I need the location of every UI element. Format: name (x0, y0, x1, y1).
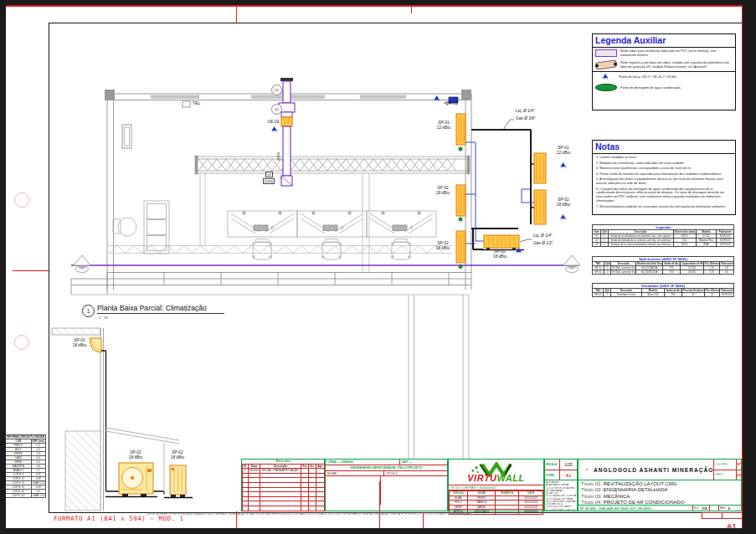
note-item: 6. O projeto das linhas de drenagem de á… (596, 187, 732, 204)
scale-label: ESCALA (545, 460, 560, 470)
viewer-edge-bottom (0, 528, 756, 534)
legend-item: Rede frigorífica em tubos de cobre, isol… (593, 59, 735, 71)
revisions-table: RevisõesNºDataDescriçãoPorVer.Apr.003/20… (242, 460, 325, 511)
fold-mark (236, 511, 237, 528)
art-number: ART — (400, 460, 414, 465)
rev-value: 0 (727, 506, 732, 511)
responsible-header: ENGENHEIRO RESPONSÁVEL PELO PROJETO (326, 465, 447, 471)
fold-mark (423, 512, 424, 528)
legenda-table: LegendaItemQtdDescriçãoDimensões (mm)Mod… (592, 224, 734, 247)
scale-value: 1/25 (560, 462, 577, 467)
split-table: Split Inverter (220V 1F 60Hz)TAGQtdDescr… (592, 256, 734, 275)
legend-item: PP1Ponto de força: 220 V / 1F+N+T / 60 H… (593, 71, 735, 83)
legend-item: Rede tubos para ventilação fabricada em … (593, 48, 735, 59)
brand-virtu: VIRTU (467, 473, 496, 483)
legend-item-text: Rede tubos para ventilação fabricada em … (620, 49, 733, 58)
fls-value: 1/2 (700, 506, 708, 511)
note-item: 5. A interligação dos dutos a equipament… (596, 177, 732, 186)
abbreviation-item: K) CONFORME CONSTRUÍDO (546, 509, 576, 511)
fls-label: FLS. (693, 506, 700, 510)
section-view (52, 328, 193, 511)
beam (109, 246, 452, 254)
legend-item-text: Ponto de força: 220 V / 1F+N+T / 60 Hz. (619, 75, 677, 80)
responsible-block: CREA — 25985/D ART — ENGENHEIRO RESPONSÁ… (325, 459, 448, 511)
legenda-table: LegendaItemQtdDescriçãoDimensões (mm)Mod… (592, 224, 734, 247)
note-item: 1. Conferir medidas no local; (596, 156, 732, 160)
client-name: ANGLOGOLD ASHANTI MINERAÇÃO (594, 467, 713, 473)
legend-item-text: Rede frigorífica em tubos de cobre, isol… (620, 61, 733, 69)
format-note: FORMATO A1 (841 x 594) — MOD. 1 (54, 515, 183, 522)
responsible-title-col: TÍTULO (384, 471, 399, 475)
note-item: 2. Medidas em centímetros, salvo indicad… (596, 162, 732, 166)
notes-box: Notas 1. Conferir medidas no local;2. Me… (592, 140, 736, 215)
client-cells: CÓD. PROJ. Nº DEPTO. 02 (713, 460, 741, 480)
section-cut-markers (74, 255, 580, 273)
revisions-table: RevisõesNºDataDescriçãoPorVer.Apr.003/20… (241, 459, 325, 511)
ventilador-table: Ventilador (220V 1F 60Hz)TAGQtdDescrição… (592, 283, 734, 297)
virtuwall-logo: VIRTUWALL (449, 460, 543, 485)
contract-label: Nº DO CONTRATO: (451, 486, 478, 490)
client-cell-label: CÓD. PROJ. (714, 460, 737, 470)
split-table: Split Inverter (220V 1F 60Hz)TAGQtdDescr… (592, 256, 734, 275)
legend-item-text: Ponto de drenagem de água condensada. (620, 86, 681, 90)
drain-point-symbol (595, 84, 617, 91)
format-value: A1 (560, 473, 577, 478)
acad-number: 244-448-88-0666-637-08-0663 (598, 506, 652, 511)
fold-mark (236, 5, 237, 23)
note-item: 7. Microventiladores poderão ser acionad… (596, 205, 732, 209)
virtuwall-block: VIRTUWALL Nº DO CONTRATO: 4600000000 FUN… (448, 459, 544, 511)
title-line-3: Título 03: MECÂNICA (581, 494, 738, 500)
power-point-symbol: PP1 (595, 74, 615, 81)
truss (195, 156, 470, 273)
abbreviations-list: A) PLANTAB) ARRANJO GERALC) CORTES E DET… (544, 480, 578, 511)
ventilador-table: Ventilador (220V 1F 60Hz)TAGQtdDescrição… (592, 283, 734, 297)
notes-list: 1. Conferir medidas no local;2. Medidas … (593, 154, 735, 212)
scale-format-box: ESCALA 1/25 FORM. A1 (544, 459, 578, 480)
fold-mark (13, 270, 49, 271)
hvac-units-plan (456, 114, 546, 269)
footer-cell (722, 512, 743, 519)
contract-row: Nº DO CONTRATO: 4600000000 (449, 485, 543, 490)
legend-aux-items: Rede tubos para ventilação fabricada em … (593, 48, 735, 93)
note-item: 3. Números entre parênteses correspondem… (596, 167, 732, 171)
crea-number: CREA — 25985/D (326, 460, 400, 465)
copper-pipe-swatch (595, 59, 618, 70)
acad-label: Nº ACAD: (579, 506, 598, 511)
legend-aux-box: Legenda Auxiliar Rede tubos para ventila… (592, 33, 736, 110)
view-scale: 1 : 25 (99, 316, 108, 320)
format-label: FORM. (545, 470, 560, 480)
punch-hole (14, 335, 29, 350)
contract-value: 4600000000 (479, 486, 496, 490)
client-cell-label: DEPTO. (714, 470, 737, 480)
brand-wall: WALL (497, 473, 525, 483)
duct-swatch (595, 49, 617, 57)
drawing-titles: Título 01: REVITALIZAÇÃO LAYOUT CMG Títu… (578, 480, 742, 506)
responsible-name-col: NOME (326, 471, 384, 475)
fold-mark (411, 5, 412, 13)
fold-mark (709, 505, 710, 511)
anglogold-logo-icon (585, 460, 589, 479)
legend-aux-title: Legenda Auxiliar (593, 34, 735, 48)
plot-pen-table: INFORMAÇÕES DE PLOTAGEMCORESP. (mm)PRETO… (5, 434, 46, 498)
title-line-2: Título 02: ENGENHARIA DETALHADA (581, 487, 738, 493)
viewer-edge-right (743, 0, 756, 534)
client-cell-value: Nº (737, 462, 741, 466)
view-title: Planta Baixa Parcial: Climatização (97, 304, 224, 314)
sheet-count-cell: FLS. 1/2 (692, 506, 718, 511)
viewer-edge-left (0, 0, 6, 534)
drawing-viewer: TEL0102VE-01PP1Ø10003[100]PP1QR-01SP-01 … (0, 0, 756, 534)
client-block: ANGLOGOLD ASHANTI MINERAÇÃO CÓD. PROJ. N… (578, 459, 742, 480)
acad-row: Nº ACAD: 244-448-88-0666-637-08-0663 FLS… (578, 506, 742, 511)
footer-cell (702, 512, 723, 519)
client-cell-value: 02 (737, 473, 741, 477)
plot-pen-table: INFORMAÇÕES DE PLOTAGEMCORESP. (mm)PRETO… (5, 434, 46, 498)
revision-cell: REV. 0 (718, 506, 741, 511)
page-edge-top (6, 5, 743, 7)
viewer-edge-top (0, 0, 756, 5)
notes-title: Notas (593, 141, 735, 154)
walls (71, 90, 471, 459)
punch-hole (14, 193, 29, 208)
virtuwall-wordmark: VIRTUWALL (467, 474, 524, 483)
legend-item: Ponto de drenagem de água condensada. (593, 82, 735, 93)
furniture (113, 201, 436, 259)
